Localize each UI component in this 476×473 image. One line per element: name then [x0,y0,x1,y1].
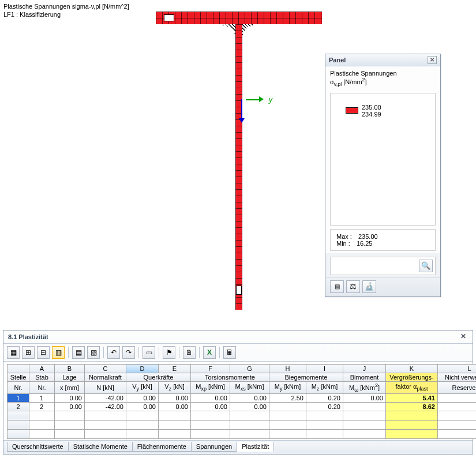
toolbar-btn-9[interactable]: ▭ [143,346,155,359]
results-grid-wrap: A B C D E F G H I J K L Stelle Stab Lage… [3,362,473,440]
row-nr[interactable]: 1 [8,393,29,402]
tab-spannungen[interactable]: Spannungen [191,442,237,452]
col-A[interactable]: A [29,365,55,373]
fillet-right [242,24,255,38]
results-table[interactable]: A B C D E F G H I J K L Stelle Stab Lage… [7,364,476,439]
palette-icon[interactable]: ▤ [330,280,344,293]
col-J[interactable]: J [343,365,386,373]
cell-alpha[interactable]: 8.62 [386,402,438,411]
sh-My: My [kNm] [269,382,306,394]
toolbar-btn-4[interactable]: ▥ [52,346,65,359]
tab-querschnittswerte[interactable]: Querschnittswerte [7,442,69,452]
row-nr[interactable]: 2 [8,402,29,411]
results-titlebar[interactable]: 8.1 Plastizität ✕ [3,331,473,344]
legend-panel[interactable]: Panel ✕ Plastische Spannungen σv,pl [N/m… [325,54,441,297]
results-title-text: 8.1 Plastizität [8,333,48,340]
cell-Mxs[interactable]: 0.00 [230,402,269,411]
close-icon[interactable]: ✕ [428,56,437,64]
cell-Mw[interactable]: 0.00 [343,393,386,402]
cell-Vz[interactable]: 0.00 [159,402,191,411]
cell-Vy[interactable]: 0.00 [126,393,159,402]
cell-stab[interactable]: 1 [29,393,55,402]
table-row-empty[interactable] [8,420,477,429]
col-G[interactable]: G [230,365,269,373]
toolbar-sep-5 [179,347,179,358]
cell-Mxp[interactable]: 0.00 [191,393,230,402]
toolbar-sep-7 [219,347,220,358]
fillet-left [223,24,235,38]
col-blank[interactable] [8,365,29,373]
cell-N[interactable]: -42.00 [85,402,126,411]
tab-statische-momente[interactable]: Statische Momente [68,442,133,452]
cell-My[interactable] [269,402,306,411]
filter-icon[interactable]: ⚑ [163,346,175,359]
col-F[interactable]: F [191,365,230,373]
cell-x[interactable]: 0.00 [55,402,85,411]
panel-heading-1: Plastische Spannungen [330,70,436,77]
cell-Vy[interactable]: 0.00 [126,402,159,411]
toolbar-btn-5[interactable]: ▤ [72,346,85,359]
table-row-empty[interactable] [8,429,477,438]
cell-My[interactable]: 2.50 [269,393,306,402]
cell-Mxp[interactable]: 0.00 [191,402,230,411]
h-biege: Biegemomente [269,373,343,382]
panel-heading-2: σv,pl [N/mm2] [330,77,436,87]
tab-flaechenmomente[interactable]: Flächenmomente [132,442,192,452]
toolbar-btn-3[interactable]: ⊟ [37,346,50,359]
balance-icon[interactable]: ⚖ [346,280,360,293]
panel-titlebar[interactable]: Panel ✕ [325,54,440,66]
max-label: Max : [336,233,352,240]
col-letter-row: A B C D E F G H I J K L [8,365,477,373]
toolbar-btn-6[interactable]: ▧ [87,346,100,359]
toolbar-btn-1[interactable]: ▦ [7,346,20,359]
col-L[interactable]: L [438,365,477,373]
sh-Mz: Mz [kNm] [306,382,343,394]
axis-y [246,99,261,100]
undo-icon[interactable]: ↶ [107,346,120,359]
sh-x: x [mm] [55,382,85,394]
calc-icon[interactable]: 🖩 [223,346,236,359]
cell-reserve[interactable]: 1.19 [438,393,477,402]
col-K[interactable]: K [386,365,438,373]
excel-icon[interactable]: X [203,346,216,359]
cell-Mw[interactable] [343,402,386,411]
tab-plastizitaet[interactable]: Plastizität [237,442,274,452]
zoom-icon[interactable]: 🔍 [419,260,433,272]
unplastic-patch-flange [164,14,174,21]
col-H[interactable]: H [269,365,306,373]
cell-Mz[interactable]: 0.20 [306,402,343,411]
doc-icon[interactable]: 🗎 [183,346,196,359]
caption-line1: Plastische Spannungen sigma-v,pl [N/mm^2… [3,2,129,10]
cell-alpha[interactable]: 5.41 [386,393,438,402]
col-E[interactable]: E [159,365,191,373]
min-label: Min : [336,240,350,247]
col-I[interactable]: I [306,365,343,373]
cell-x[interactable]: 0.00 [55,393,85,402]
cell-Mxs[interactable]: 0.00 [230,393,269,402]
cell-stab[interactable]: 2 [29,402,55,411]
axis-y-label: y [269,96,272,104]
view-caption: Plastische Spannungen sigma-v,pl [N/mm^2… [3,2,129,19]
table-row[interactable]: 1 1 0.00 -42.00 0.00 0.00 0.00 0.00 2.50… [8,393,477,402]
max-value: 235.00 [358,233,378,240]
redo-icon[interactable]: ↷ [122,346,135,359]
toolbar-sep-1 [68,347,69,358]
cell-Mz[interactable]: 0.20 [306,393,343,402]
cell-reserve[interactable]: 1.29 [438,402,477,411]
table-row-empty[interactable] [8,411,477,420]
col-B[interactable]: B [55,365,85,373]
col-C[interactable]: C [85,365,126,373]
microscope-icon[interactable]: 🔬 [362,280,376,293]
results-panel[interactable]: 8.1 Plastizität ✕ ▦ ⊞ ⊟ ▥ ▤ ▧ ↶ ↷ ▭ ⚑ 🗎 … [3,330,473,455]
table-row[interactable]: 2 2 0.00 -42.00 0.00 0.00 0.00 0.00 0.20… [8,402,477,411]
toolbar-sep-4 [159,347,159,358]
legend-entry: 235.00 234.99 [346,104,429,118]
h-querkraefte: Querkräfte [126,373,191,382]
cell-N[interactable]: -42.00 [85,393,126,402]
col-D[interactable]: D [126,365,159,373]
sub-header-row: Nr. Nr. x [mm] N [kN] Vy [kN] Vz [kN] Mx… [8,382,477,394]
legend-low: 234.99 [362,111,381,118]
results-close-icon[interactable]: ✕ [459,333,468,341]
cell-Vz[interactable]: 0.00 [159,393,191,402]
toolbar-btn-2[interactable]: ⊞ [22,346,35,359]
